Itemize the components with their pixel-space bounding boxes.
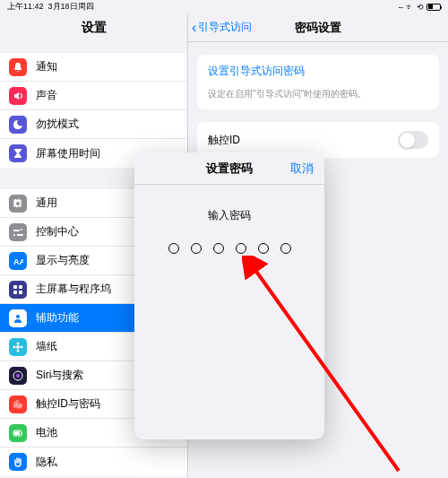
svg-point-10 [21,345,23,348]
modal-prompt: 输入密码 [134,208,324,223]
svg-rect-15 [22,432,22,434]
svg-text:AA: AA [13,257,23,266]
sidebar-item-hand[interactable]: 隐私 [0,448,187,476]
sidebar-item-bell[interactable]: 通知 [0,53,187,82]
aa-icon: AA [9,252,27,270]
sidebar-item-label: 控制中心 [36,224,79,239]
set-password-link[interactable]: 设置引导式访问密码 [197,55,439,88]
passcode-dot [213,243,224,254]
passcode-dot [280,243,291,254]
grid-icon [9,281,27,299]
sidebar-title: 设置 [0,13,187,42]
svg-rect-1 [13,285,17,289]
svg-point-5 [16,315,20,318]
battery-icon [426,4,441,11]
rotation-icon: ⟲ [417,3,424,12]
passcode-dots [134,243,324,254]
sidebar-item-label: 显示与亮度 [36,253,90,268]
sound-icon [9,87,27,105]
status-date: 3月18日周四 [48,1,94,13]
passcode-dot [258,243,269,254]
sidebar-item-label: 通用 [36,196,57,211]
sidebar-item-label: 隐私 [36,455,57,470]
set-password-card: 设置引导式访问密码 设定在启用"引导式访问"时使用的密码。 [197,55,439,109]
touch-id-label: 触控ID [208,133,240,148]
touch-id-toggle[interactable] [398,131,428,149]
passcode-modal: 设置密码 取消 输入密码 [134,152,324,439]
svg-point-7 [17,342,20,344]
cancel-button[interactable]: 取消 [290,161,314,177]
svg-point-9 [13,345,16,348]
sidebar-item-label: Siri与搜索 [36,368,83,383]
sidebar-item-label: 勿扰模式 [36,117,79,132]
sidebar-item-label: 触控ID与密码 [36,396,100,412]
modal-title: 设置密码 [206,161,253,177]
fingerprint-icon [9,395,27,413]
sidebar-item-label: 墙纸 [36,339,57,354]
person-icon [9,309,27,327]
svg-rect-4 [19,291,22,294]
sidebar-item-label: 电池 [36,425,57,440]
svg-rect-14 [14,431,20,435]
passcode-dot [168,243,179,254]
hand-icon [9,453,27,471]
sidebar-item-moon[interactable]: 勿扰模式 [0,110,187,139]
flower-icon [9,338,27,356]
svg-rect-3 [13,291,17,294]
detail-header: ‹ 引导式访问 密码设置 [188,13,448,42]
moon-icon [9,116,27,134]
sidebar-item-label: 通知 [36,59,57,74]
detail-title: 密码设置 [295,20,341,36]
status-bar: 上午11:42 3月18日周四 ⋯ ᯤ ⟲ [0,0,448,13]
back-button[interactable]: ‹ 引导式访问 [188,20,252,36]
switches-icon [9,223,27,241]
sidebar-item-label: 辅助功能 [36,310,79,326]
back-label: 引导式访问 [198,20,252,35]
sidebar-item-label: 屏幕使用时间 [36,146,100,161]
siri-icon [9,367,27,385]
wifi-icon: ⋯ ᯤ [399,3,414,12]
bell-icon [9,58,27,76]
svg-rect-2 [19,285,22,289]
sidebar-item-label: 声音 [36,88,57,103]
gear-icon [9,195,27,213]
passcode-dot [236,243,246,254]
svg-point-8 [17,349,20,352]
status-time: 上午11:42 [7,1,44,13]
set-password-subtitle: 设定在启用"引导式访问"时使用的密码。 [197,88,439,109]
status-right: ⋯ ᯤ ⟲ [399,3,441,12]
chevron-left-icon: ‹ [192,20,196,36]
sidebar-item-sound[interactable]: 声音 [0,82,187,110]
battery-icon [9,424,27,442]
sidebar-item-label: 主屏幕与程序坞 [36,282,111,297]
hourglass-icon [9,144,27,162]
svg-point-12 [16,374,20,378]
passcode-dot [191,243,202,254]
svg-point-6 [16,345,20,349]
